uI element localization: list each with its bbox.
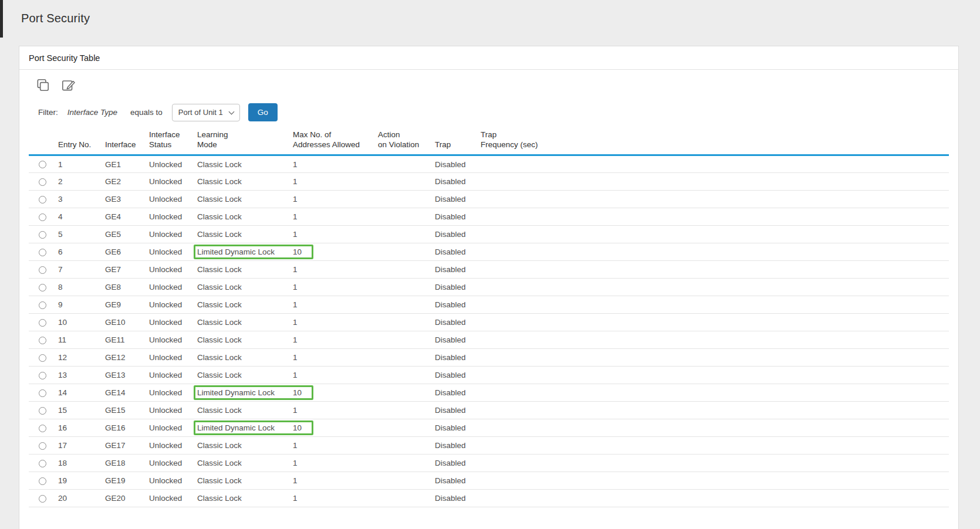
row-select-radio[interactable]: [39, 319, 46, 327]
max-addresses-cell: 1: [290, 314, 376, 331]
table-row: 8 GE8 Unlocked Classic Lock 1 Disabled: [29, 279, 949, 296]
action-on-violation-cell: [376, 419, 432, 437]
table-row: 3 GE3 Unlocked Classic Lock 1 Disabled: [29, 191, 949, 208]
row-select-radio[interactable]: [39, 495, 46, 503]
row-select-radio[interactable]: [39, 301, 46, 309]
action-on-violation-cell: [376, 173, 432, 191]
interface-cell: GE17: [103, 437, 147, 455]
row-select-radio[interactable]: [39, 249, 46, 256]
copy-settings-button[interactable]: [35, 77, 50, 93]
entry-no-cell: 3: [56, 191, 103, 208]
learning-mode-cell: Classic Lock: [195, 472, 290, 490]
interface-cell: GE20: [103, 490, 147, 507]
trap-frequency-cell: [478, 455, 949, 472]
max-addresses-cell: 1: [290, 226, 376, 243]
trap-cell: Disabled: [432, 296, 478, 314]
row-select-radio[interactable]: [39, 213, 46, 221]
row-select-radio[interactable]: [39, 284, 46, 291]
trap-cell: Disabled: [432, 490, 478, 507]
action-on-violation-cell: [376, 490, 432, 507]
interface-cell: GE2: [103, 173, 147, 191]
row-select-radio[interactable]: [39, 372, 46, 379]
interface-cell: GE19: [103, 472, 147, 490]
entry-no-cell: 6: [56, 243, 103, 261]
interface-status-cell: Unlocked: [147, 437, 195, 455]
row-select-radio[interactable]: [39, 196, 46, 204]
col-header-max-addresses: Max No. of Addresses Allowed: [290, 130, 376, 155]
trap-cell: Disabled: [432, 191, 478, 208]
trap-cell: Disabled: [432, 279, 478, 296]
row-select-radio[interactable]: [39, 231, 46, 239]
max-addresses-cell: 1: [290, 455, 376, 472]
entry-no-cell: 20: [56, 490, 103, 507]
row-select-radio[interactable]: [39, 389, 46, 397]
row-select-radio[interactable]: [39, 266, 46, 274]
interface-cell: GE10: [103, 314, 147, 331]
learning-mode-value: Classic Lock: [197, 371, 242, 379]
row-select-radio[interactable]: [39, 442, 46, 450]
entry-no-cell: 15: [56, 402, 103, 419]
action-on-violation-cell: [376, 384, 432, 402]
learning-mode-cell: Classic Lock: [195, 279, 290, 296]
max-addresses-cell: 1: [290, 173, 376, 191]
row-select-radio[interactable]: [39, 460, 46, 467]
col-header-interface: Interface: [103, 130, 147, 155]
entry-no-cell: 13: [56, 367, 103, 384]
entry-no-cell: 14: [56, 384, 103, 402]
learning-mode-cell: Classic Lock: [195, 191, 290, 208]
action-on-violation-cell: [376, 314, 432, 331]
edit-icon: [60, 77, 76, 93]
max-addresses-cell: 10: [290, 243, 376, 261]
select-cell: [29, 296, 56, 314]
select-cell: [29, 243, 56, 261]
interface-status-cell: Unlocked: [147, 490, 195, 507]
trap-frequency-cell: [478, 384, 949, 402]
max-addresses-cell: 1: [290, 191, 376, 208]
action-on-violation-cell: [376, 402, 432, 419]
learning-mode-cell: Classic Lock: [195, 173, 290, 191]
col-header-entry-no: Entry No.: [56, 130, 103, 155]
max-addresses-cell: 1: [290, 279, 376, 296]
learning-mode-value: Classic Lock: [197, 230, 242, 239]
learning-mode-value: Limited Dynamic Lock: [197, 247, 275, 256]
learning-mode-value: Classic Lock: [197, 283, 242, 291]
action-on-violation-cell: [376, 349, 432, 367]
max-addresses-cell: 10: [290, 384, 376, 402]
row-select-radio[interactable]: [39, 178, 46, 186]
row-select-radio[interactable]: [39, 407, 46, 415]
entry-no-cell: 19: [56, 472, 103, 490]
row-select-radio[interactable]: [39, 425, 46, 432]
interface-cell: GE18: [103, 455, 147, 472]
learning-mode-value: Classic Lock: [197, 195, 242, 204]
select-cell: [29, 437, 56, 455]
max-addresses-cell: 1: [290, 261, 376, 279]
learning-mode-value: Classic Lock: [197, 265, 242, 274]
table-row: 1 GE1 Unlocked Classic Lock 1 Disabled: [29, 155, 949, 173]
learning-mode-value: Classic Lock: [197, 406, 242, 415]
action-on-violation-cell: [376, 155, 432, 173]
col-header-select: [29, 130, 56, 155]
trap-frequency-cell: [478, 243, 949, 261]
row-select-radio[interactable]: [39, 337, 46, 344]
select-cell: [29, 472, 56, 490]
go-button[interactable]: Go: [248, 103, 278, 121]
learning-mode-cell: Classic Lock: [195, 490, 290, 507]
learning-mode-value: Classic Lock: [197, 459, 242, 467]
interface-status-cell: Unlocked: [147, 296, 195, 314]
entry-no-cell: 10: [56, 314, 103, 331]
row-select-radio[interactable]: [39, 477, 46, 485]
interface-type-select[interactable]: Port of Unit 1: [172, 104, 240, 121]
edit-button[interactable]: [60, 77, 76, 93]
row-select-radio[interactable]: [39, 161, 46, 168]
select-cell: [29, 490, 56, 507]
trap-cell: Disabled: [432, 367, 478, 384]
select-cell: [29, 155, 56, 173]
select-cell: [29, 455, 56, 472]
interface-status-cell: Unlocked: [147, 191, 195, 208]
row-select-radio[interactable]: [39, 354, 46, 362]
interface-status-cell: Unlocked: [147, 331, 195, 349]
select-cell: [29, 191, 56, 208]
learning-mode-cell: Classic Lock: [195, 314, 290, 331]
trap-cell: Disabled: [432, 402, 478, 419]
interface-status-cell: Unlocked: [147, 226, 195, 243]
